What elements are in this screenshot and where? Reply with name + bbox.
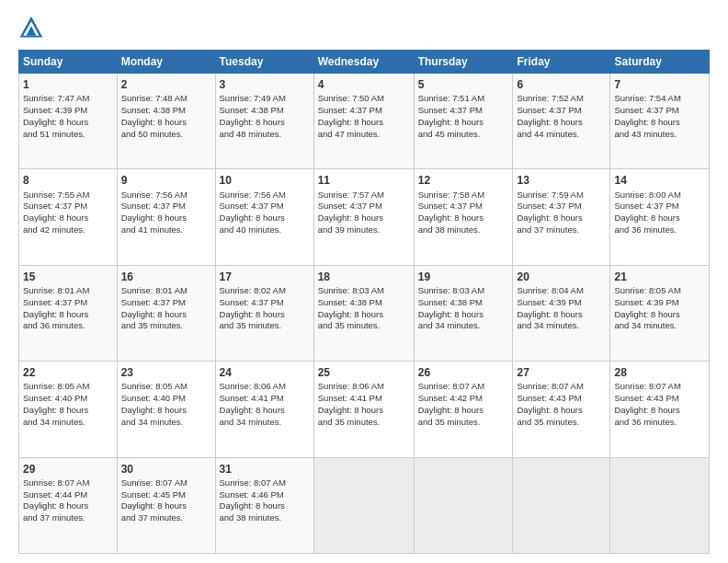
calendar-cell: 21Sunrise: 8:05 AMSunset: 4:39 PMDayligh… xyxy=(610,265,710,361)
day-number: 12 xyxy=(418,173,509,188)
day-number: 3 xyxy=(220,77,310,92)
day-number: 25 xyxy=(318,365,410,380)
day-info: Sunset: 4:37 PM xyxy=(23,201,113,213)
day-number: 19 xyxy=(418,270,509,284)
calendar-cell: 11Sunrise: 7:57 AMSunset: 4:37 PMDayligh… xyxy=(313,169,414,265)
day-info: Sunset: 4:37 PM xyxy=(318,105,410,117)
day-info: Sunset: 4:40 PM xyxy=(121,393,211,405)
calendar-cell: 13Sunrise: 7:59 AMSunset: 4:37 PMDayligh… xyxy=(513,169,610,265)
day-number: 28 xyxy=(614,365,705,380)
day-info: Sunrise: 8:02 AM xyxy=(220,285,310,297)
calendar-cell: 5Sunrise: 7:51 AMSunset: 4:37 PMDaylight… xyxy=(414,74,513,169)
calendar-cell: 18Sunrise: 8:03 AMSunset: 4:38 PMDayligh… xyxy=(313,265,414,361)
day-info: and 34 minutes. xyxy=(23,417,113,429)
day-info: Sunrise: 7:59 AM xyxy=(517,190,606,201)
day-number: 20 xyxy=(517,270,606,284)
header xyxy=(18,15,710,40)
header-row: SundayMondayTuesdayWednesdayThursdayFrid… xyxy=(19,51,710,74)
day-info: Daylight: 8 hours xyxy=(418,309,509,321)
day-info: Sunrise: 8:07 AM xyxy=(517,381,606,393)
day-info: and 34 minutes. xyxy=(121,417,211,429)
day-info: Daylight: 8 hours xyxy=(23,309,113,321)
day-info: Daylight: 8 hours xyxy=(614,117,705,129)
day-info: and 35 minutes. xyxy=(418,417,509,429)
calendar-cell: 28Sunrise: 8:07 AMSunset: 4:43 PMDayligh… xyxy=(610,362,710,457)
day-info: Daylight: 8 hours xyxy=(418,117,509,129)
day-info: Daylight: 8 hours xyxy=(220,117,310,129)
day-info: Sunrise: 7:57 AM xyxy=(318,190,410,201)
day-number: 22 xyxy=(23,365,113,380)
day-info: Sunset: 4:37 PM xyxy=(220,297,310,309)
day-info: Sunrise: 8:07 AM xyxy=(23,477,113,489)
day-info: and 36 minutes. xyxy=(23,320,113,332)
day-info: and 35 minutes. xyxy=(318,320,410,332)
calendar-cell: 16Sunrise: 8:01 AMSunset: 4:37 PMDayligh… xyxy=(117,265,215,361)
day-info: Daylight: 8 hours xyxy=(517,213,606,224)
day-info: Daylight: 8 hours xyxy=(614,213,705,224)
day-number: 1 xyxy=(23,77,113,92)
day-info: Sunrise: 7:47 AM xyxy=(23,93,113,105)
day-info: Daylight: 8 hours xyxy=(517,117,606,129)
day-info: Daylight: 8 hours xyxy=(121,213,211,224)
day-number: 23 xyxy=(121,365,211,380)
day-number: 26 xyxy=(418,365,509,380)
day-info: Daylight: 8 hours xyxy=(318,309,410,321)
day-number: 17 xyxy=(220,270,310,284)
header-cell-saturday: Saturday xyxy=(610,51,710,74)
day-info: Daylight: 8 hours xyxy=(517,405,606,417)
day-info: Sunrise: 7:55 AM xyxy=(23,190,113,201)
day-info: Sunrise: 8:05 AM xyxy=(121,381,211,393)
day-info: and 51 minutes. xyxy=(23,129,113,141)
calendar-cell: 1Sunrise: 7:47 AMSunset: 4:39 PMDaylight… xyxy=(19,74,118,169)
calendar-cell xyxy=(313,457,414,553)
day-number: 16 xyxy=(121,270,211,284)
day-info: Sunset: 4:44 PM xyxy=(23,489,113,501)
day-info: and 45 minutes. xyxy=(418,129,509,141)
day-number: 30 xyxy=(121,462,211,477)
calendar-week-2: 15Sunrise: 8:01 AMSunset: 4:37 PMDayligh… xyxy=(19,265,710,361)
day-info: Sunset: 4:37 PM xyxy=(614,201,705,213)
day-number: 31 xyxy=(220,462,310,477)
day-info: and 35 minutes. xyxy=(318,417,410,429)
calendar: SundayMondayTuesdayWednesdayThursdayFrid… xyxy=(18,50,710,554)
day-info: and 36 minutes. xyxy=(614,417,705,429)
day-info: Sunrise: 8:01 AM xyxy=(121,285,211,297)
day-number: 9 xyxy=(121,173,211,188)
day-info: Sunrise: 8:03 AM xyxy=(318,285,410,297)
day-info: Sunset: 4:38 PM xyxy=(318,297,410,309)
day-info: Daylight: 8 hours xyxy=(23,500,113,512)
day-info: Sunset: 4:38 PM xyxy=(418,297,509,309)
day-info: Daylight: 8 hours xyxy=(220,500,310,512)
day-info: and 34 minutes. xyxy=(614,320,705,332)
page: SundayMondayTuesdayWednesdayThursdayFrid… xyxy=(0,0,728,563)
day-info: Daylight: 8 hours xyxy=(614,309,705,321)
day-info: Daylight: 8 hours xyxy=(121,405,211,417)
calendar-week-1: 8Sunrise: 7:55 AMSunset: 4:37 PMDaylight… xyxy=(19,169,710,265)
day-number: 13 xyxy=(517,173,606,188)
day-info: Sunset: 4:39 PM xyxy=(614,297,705,309)
day-info: and 37 minutes. xyxy=(517,224,606,236)
day-info: Daylight: 8 hours xyxy=(23,405,113,417)
day-number: 8 xyxy=(23,173,113,188)
day-info: Sunset: 4:41 PM xyxy=(220,393,310,405)
calendar-cell: 6Sunrise: 7:52 AMSunset: 4:37 PMDaylight… xyxy=(513,74,610,169)
logo xyxy=(18,15,48,40)
day-number: 2 xyxy=(121,77,211,92)
day-info: and 38 minutes. xyxy=(220,512,310,524)
day-info: Daylight: 8 hours xyxy=(23,117,113,129)
header-cell-monday: Monday xyxy=(117,51,215,74)
day-info: Sunset: 4:37 PM xyxy=(418,201,509,213)
day-number: 6 xyxy=(517,77,606,92)
day-number: 4 xyxy=(318,77,410,92)
day-info: and 50 minutes. xyxy=(121,129,211,141)
day-info: Sunrise: 7:58 AM xyxy=(418,190,509,201)
calendar-cell: 24Sunrise: 8:06 AMSunset: 4:41 PMDayligh… xyxy=(215,362,313,457)
calendar-cell: 31Sunrise: 8:07 AMSunset: 4:46 PMDayligh… xyxy=(215,457,313,553)
day-info: and 40 minutes. xyxy=(220,224,310,236)
day-info: Sunset: 4:37 PM xyxy=(418,105,509,117)
day-info: and 35 minutes. xyxy=(121,320,211,332)
day-info: Daylight: 8 hours xyxy=(418,213,509,224)
calendar-cell: 10Sunrise: 7:56 AMSunset: 4:37 PMDayligh… xyxy=(215,169,313,265)
calendar-cell: 30Sunrise: 8:07 AMSunset: 4:45 PMDayligh… xyxy=(117,457,215,553)
day-info: Daylight: 8 hours xyxy=(23,213,113,224)
